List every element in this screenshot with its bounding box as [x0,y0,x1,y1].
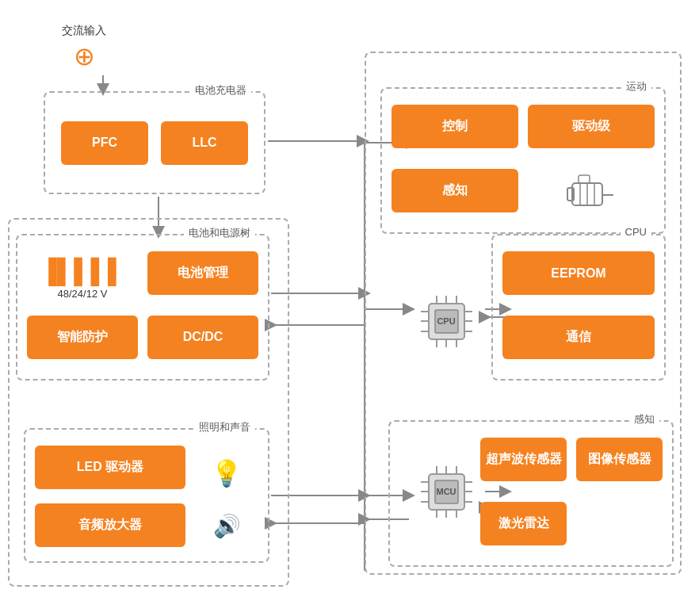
ac-input-label: 交流输入 [62,24,106,38]
sensing-label: 感知 [629,412,659,427]
battery-label: 电池和电源树 [184,226,255,240]
battery-icon: ▐▌▌▌▌ [40,258,124,285]
motion-sensing-button[interactable]: 感知 [392,169,518,212]
cpu-chip-icon: CPU [413,288,480,355]
drive-level-button[interactable]: 驱动级 [528,105,655,148]
speaker-icon: 🔊 [213,513,241,539]
battery-voltage-label: 48/24/12 V [58,288,108,300]
plug-icon: ⊕ [74,41,95,71]
mcu-chip-icon: MCU [413,458,480,526]
battery-section: 电池和电源树 ▐▌▌▌▌ 48/24/12 V 电池管理 智能防护 DC/DC [16,234,269,381]
pfc-button[interactable]: PFC [61,121,148,165]
lighting-section: 照明和声音 LED 驱动器 音频放大器 💡 🔊 [24,428,269,563]
mcu-chip-area: MCU [411,456,482,527]
lighting-label: 照明和声音 [194,420,255,434]
smart-protect-button[interactable]: 智能防护 [27,316,138,359]
motion-section: 运动 控制 驱动级 感知 [380,87,666,234]
svg-rect-23 [579,175,590,183]
svg-text:CPU: CPU [437,316,455,326]
llc-button[interactable]: LLC [161,121,248,165]
control-button[interactable]: 控制 [392,105,518,148]
lidar-button[interactable]: 激光雷达 [480,502,567,545]
eeprom-button[interactable]: EEPROM [502,251,655,295]
cpu-section-label: CPU [621,226,651,238]
cpu-section: CPU EEPROM 通信 [491,234,666,381]
communication-button[interactable]: 通信 [502,316,655,359]
audio-amp-button[interactable]: 音频放大器 [35,503,185,547]
dcdc-button[interactable]: DC/DC [147,316,258,359]
charger-section: 电池充电器 PFC LLC [44,91,265,194]
motor-icon [566,174,617,217]
ac-input: 交流输入 ⊕ [62,24,106,71]
ultrasonic-sensor-button[interactable]: 超声波传感器 [480,438,567,481]
image-sensor-button[interactable]: 图像传感器 [576,438,663,481]
motion-label: 运动 [621,79,651,94]
charger-label: 电池充电器 [190,83,251,98]
battery-mgmt-button[interactable]: 电池管理 [147,251,258,295]
cpu-chip-area: CPU [411,285,482,357]
led-icon: 💡 [211,458,243,488]
led-driver-button[interactable]: LED 驱动器 [35,446,185,489]
svg-text:MCU: MCU [436,487,456,496]
